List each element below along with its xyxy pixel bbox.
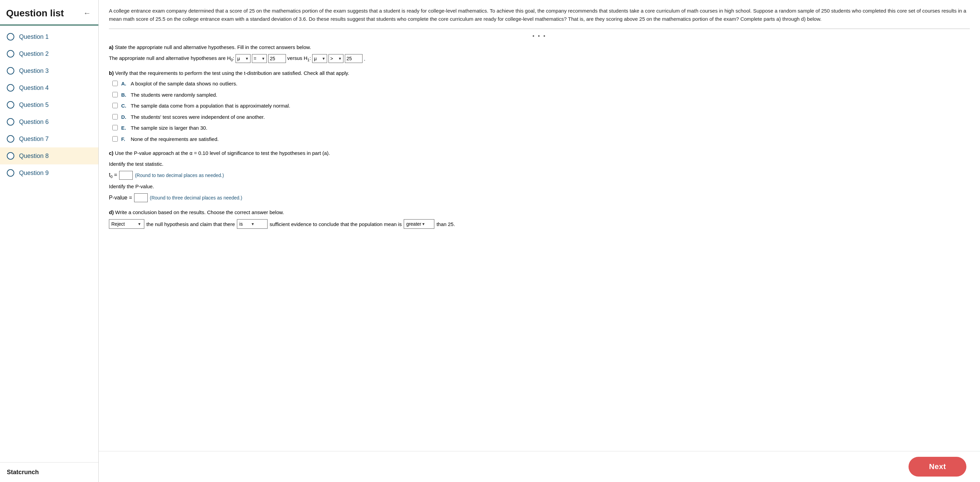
sidebar-title: Question list — [6, 8, 64, 19]
conclusion-dropdown-2[interactable]: isis not ▼ — [237, 219, 267, 229]
part-b-text: Verify that the requirements to perform … — [115, 70, 349, 76]
checkbox-c[interactable] — [112, 103, 118, 108]
sidebar: Question list ← Question 1Question 2Ques… — [0, 0, 99, 482]
statcrunch-footer: Statcrunch — [0, 462, 99, 482]
t0-label: t0 = — [109, 172, 117, 179]
next-button[interactable]: Next — [908, 457, 966, 477]
hypotheses-row: The appropriate null and alternative hyp… — [109, 54, 970, 63]
checkbox-letter-0: A. — [121, 80, 127, 88]
part-b-section: b) Verify that the requirements to perfo… — [109, 69, 970, 143]
checkbox-f[interactable] — [112, 136, 118, 142]
checkbox-a[interactable] — [112, 81, 118, 86]
part-c-text: Use the P-value approach at the α = 0.10… — [115, 150, 330, 156]
conclusion-dropdown-3[interactable]: greaterlessequal ▼ — [404, 219, 434, 229]
radio-circle-8 — [7, 152, 14, 160]
part-d-text: Write a conclusion based on the results.… — [115, 209, 284, 215]
pvalue-hint: (Round to three decimal places as needed… — [150, 195, 242, 200]
h0-dropdown-1[interactable]: μ><=≠ ▼ — [235, 54, 251, 63]
checkbox-text-4: The sample size is larger than 30. — [131, 124, 207, 132]
sidebar-item-question-9[interactable]: Question 9 — [0, 164, 99, 181]
checkbox-letter-4: E. — [121, 124, 127, 132]
h0-select-3[interactable]: 2525.53.60 — [270, 56, 284, 61]
sidebar-item-question-6[interactable]: Question 6 — [0, 113, 99, 130]
checkbox-item-c: C. The sample data come from a populatio… — [112, 102, 970, 110]
dots: • • • — [109, 33, 970, 39]
bottom-bar: Next — [99, 451, 980, 482]
sidebar-item-question-7[interactable]: Question 7 — [0, 130, 99, 147]
radio-circle-3 — [7, 67, 14, 75]
h1-select-3[interactable]: 2525.53.60 — [347, 56, 361, 61]
checkbox-item-a: A. A boxplot of the sample data shows no… — [112, 80, 970, 88]
sidebar-item-question-5[interactable]: Question 5 — [0, 96, 99, 113]
versus-text: versus H1: — [287, 55, 311, 62]
question-list: Question 1Question 2Question 3Question 4… — [0, 25, 99, 184]
conclusion-mid1: the null hypothesis and claim that there — [146, 221, 235, 227]
h1-select-2[interactable]: ><=≠ — [330, 56, 338, 61]
t0-row: t0 = (Round to two decimal places as nee… — [109, 171, 970, 180]
h0-input-box[interactable]: 2525.53.60 — [268, 54, 286, 63]
question-label-9: Question 9 — [19, 170, 49, 177]
question-label-6: Question 6 — [19, 118, 49, 126]
checkbox-letter-2: C. — [121, 102, 127, 110]
checkbox-item-d: D. The students' test scores were indepe… — [112, 113, 970, 121]
question-label-7: Question 7 — [19, 135, 49, 143]
identify-pvalue-label: Identify the P-value. — [109, 183, 970, 191]
h1-dropdown-1[interactable]: μ><=≠ ▼ — [312, 54, 327, 63]
sidebar-item-question-4[interactable]: Question 4 — [0, 79, 99, 96]
h1-dropdown-2[interactable]: ><=≠ ▼ — [328, 54, 344, 63]
t0-input[interactable] — [119, 171, 133, 180]
checkbox-letter-3: D. — [121, 113, 127, 121]
divider — [109, 29, 970, 29]
problem-text: A college entrance exam company determin… — [109, 7, 970, 23]
checkbox-text-2: The sample data come from a population t… — [131, 102, 290, 110]
radio-circle-7 — [7, 135, 14, 143]
part-c-section: c) Use the P-value approach at the α = 0… — [109, 149, 970, 202]
checkbox-letter-1: B. — [121, 91, 127, 99]
conclusion-row: RejectFail to reject ▼ the null hypothes… — [109, 219, 970, 229]
checkbox-b[interactable] — [112, 92, 118, 97]
checkbox-item-e: E. The sample size is larger than 30. — [112, 124, 970, 132]
sidebar-item-question-2[interactable]: Question 2 — [0, 45, 99, 62]
checkbox-text-3: The students' test scores were independe… — [131, 113, 265, 121]
conclusion-end: than 25. — [436, 221, 455, 227]
radio-circle-5 — [7, 101, 14, 108]
h0-select-2[interactable]: =<>≠ — [254, 56, 261, 61]
checkbox-text-1: The students were randomly sampled. — [131, 91, 217, 99]
back-button[interactable]: ← — [82, 8, 92, 19]
part-b-intro: b) Verify that the requirements to perfo… — [109, 69, 970, 77]
pvalue-input[interactable] — [134, 193, 148, 202]
h1-input-box[interactable]: 2525.53.60 — [345, 54, 363, 63]
pvalue-row: P-value = (Round to three decimal places… — [109, 193, 970, 202]
conclusion-select-1[interactable]: RejectFail to reject — [111, 221, 137, 227]
checkbox-text-5: None of the requirements are satisfied. — [131, 135, 218, 143]
question-label-3: Question 3 — [19, 67, 49, 75]
conclusion-mid2: sufficient evidence to conclude that the… — [270, 221, 402, 227]
h0-dropdown-2[interactable]: =<>≠ ▼ — [252, 54, 267, 63]
part-a-intro: a) State the appropriate null and altern… — [109, 43, 970, 51]
checkbox-list: A. A boxplot of the sample data shows no… — [112, 80, 970, 143]
part-d-section: d) Write a conclusion based on the resul… — [109, 208, 970, 229]
main-content: A college entrance exam company determin… — [99, 0, 980, 451]
sidebar-item-question-8[interactable]: Question 8 — [0, 147, 99, 164]
question-label-1: Question 1 — [19, 33, 49, 40]
part-a-section: a) State the appropriate null and altern… — [109, 43, 970, 63]
sidebar-item-question-1[interactable]: Question 1 — [0, 28, 99, 45]
conclusion-dropdown-1[interactable]: RejectFail to reject ▼ — [109, 219, 144, 229]
conclusion-select-3[interactable]: greaterlessequal — [406, 221, 422, 227]
period-text: . — [364, 56, 365, 62]
t0-hint: (Round to two decimal places as needed.) — [135, 173, 224, 178]
checkbox-item-b: B. The students were randomly sampled. — [112, 91, 970, 99]
conclusion-select-2[interactable]: isis not — [239, 221, 251, 227]
part-d-intro: d) Write a conclusion based on the resul… — [109, 208, 970, 216]
back-icon: ← — [83, 9, 91, 18]
checkbox-d[interactable] — [112, 114, 118, 119]
question-label-5: Question 5 — [19, 102, 49, 108]
sidebar-item-question-3[interactable]: Question 3 — [0, 62, 99, 79]
checkbox-e[interactable] — [112, 125, 118, 130]
pvalue-label: P-value = — [109, 195, 132, 201]
h1-select-1[interactable]: μ><=≠ — [314, 56, 322, 61]
radio-circle-4 — [7, 84, 14, 92]
checkbox-text-0: A boxplot of the sample data shows no ou… — [131, 80, 238, 88]
part-a-text: State the appropriate null and alternati… — [115, 44, 311, 50]
h0-select-1[interactable]: μ><=≠ — [237, 56, 245, 61]
